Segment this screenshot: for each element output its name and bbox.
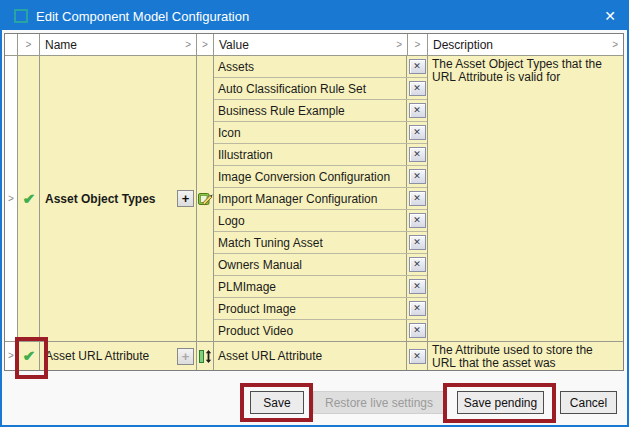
add-value-button[interactable]: + [177, 190, 194, 207]
value-text[interactable]: Illustration [214, 144, 407, 165]
config-table: > Name > > Value > > Description > > ✔ A… [4, 33, 624, 371]
save-button[interactable]: Save [250, 391, 304, 414]
value-text[interactable]: Asset URL Attribute [214, 342, 407, 370]
chevron-expand-icon: > [612, 40, 618, 50]
remove-value-button[interactable]: ✕ [409, 103, 426, 118]
value-row: PLMImage ✕ [214, 276, 427, 298]
dialog-title: Edit Component Model Configuration [36, 9, 249, 24]
value-text[interactable]: Icon [214, 122, 407, 143]
table-body: > ✔ Asset Object Types + Assets ✕ Auto C… [5, 56, 623, 370]
table-header-row: > Name > > Value > > Description > [5, 34, 623, 56]
value-text[interactable]: PLMImage [214, 276, 407, 297]
value-row: Image Conversion Configuration ✕ [214, 166, 427, 188]
remove-value-button[interactable]: ✕ [409, 301, 426, 316]
chevron-expand-icon: > [26, 40, 32, 50]
add-value-button[interactable]: + [177, 348, 194, 365]
save-pending-button[interactable]: Save pending [457, 391, 544, 414]
row-status-cell: ✔ [18, 56, 40, 341]
remove-value-button[interactable]: ✕ [409, 59, 426, 74]
value-text[interactable]: Logo [214, 210, 407, 231]
value-text[interactable]: Owners Manual [214, 254, 407, 275]
header-status-expand[interactable]: > [18, 34, 40, 55]
edit-component-model-dialog: Edit Component Model Configuration ✕ > N… [0, 0, 629, 427]
value-row: Asset URL Attribute ✕ [214, 342, 427, 370]
chevron-expand-icon: > [8, 351, 14, 361]
value-text[interactable]: Import Manager Configuration [214, 188, 407, 209]
chevron-expand-icon: > [8, 194, 14, 204]
valid-check-icon: ✔ [22, 190, 35, 208]
value-row: Auto Classification Rule Set ✕ [214, 78, 427, 100]
remove-value-button[interactable]: ✕ [409, 125, 426, 140]
header-value[interactable]: Value > [214, 34, 408, 55]
remove-value-button[interactable]: ✕ [409, 235, 426, 250]
remove-value-button[interactable]: ✕ [409, 349, 426, 364]
row-description: The Attribute used to store the URL that… [428, 342, 623, 370]
value-row: Match Tuning Asset ✕ [214, 232, 427, 254]
remove-value-button[interactable]: ✕ [409, 169, 426, 184]
value-row: Product Image ✕ [214, 298, 427, 320]
header-description[interactable]: Description > [428, 34, 623, 55]
table-row: > ✔ Asset URL Attribute + Asset URL Attr… [5, 342, 623, 370]
row-name-cell[interactable]: Asset URL Attribute + [40, 342, 197, 370]
header-description-label: Description [433, 38, 493, 52]
header-name[interactable]: Name > [40, 34, 197, 55]
value-text[interactable]: Assets [214, 56, 407, 77]
header-value-label: Value [219, 38, 249, 52]
valid-check-icon: ✔ [22, 347, 35, 365]
edit-list-icon [198, 191, 213, 206]
attribute-updown-icon [198, 349, 213, 364]
header-type-expand[interactable]: > [197, 34, 214, 55]
row-expander[interactable]: > [5, 342, 18, 370]
value-row: Logo ✕ [214, 210, 427, 232]
value-row: Owners Manual ✕ [214, 254, 427, 276]
chevron-expand-icon: > [185, 40, 191, 50]
row-name-label: Asset Object Types [40, 192, 177, 206]
remove-value-button[interactable]: ✕ [409, 147, 426, 162]
value-row: Illustration ✕ [214, 144, 427, 166]
value-row: Assets ✕ [214, 56, 427, 78]
row-name-cell[interactable]: Asset Object Types + [40, 56, 197, 341]
value-text[interactable]: Product Video [214, 320, 407, 341]
row-status-cell: ✔ [18, 342, 40, 370]
remove-value-button[interactable]: ✕ [409, 213, 426, 228]
table-row: > ✔ Asset Object Types + Assets ✕ Auto C… [5, 56, 623, 342]
value-row: Import Manager Configuration ✕ [214, 188, 427, 210]
value-text[interactable]: Image Conversion Configuration [214, 166, 407, 187]
remove-value-button[interactable]: ✕ [409, 323, 426, 338]
row-description: The Asset Object Types that the URL Attr… [428, 56, 623, 341]
chevron-expand-icon: > [202, 40, 208, 50]
row-type-cell [197, 342, 214, 370]
header-name-label: Name [45, 38, 77, 52]
value-list: Assets ✕ Auto Classification Rule Set ✕ … [214, 56, 428, 341]
remove-value-button[interactable]: ✕ [409, 257, 426, 272]
value-text[interactable]: Product Image [214, 298, 407, 319]
header-corner-cell [5, 34, 18, 55]
value-text[interactable]: Auto Classification Rule Set [214, 78, 407, 99]
value-text[interactable]: Match Tuning Asset [214, 232, 407, 253]
app-icon [14, 9, 28, 23]
remove-value-button[interactable]: ✕ [409, 191, 426, 206]
close-button[interactable]: ✕ [593, 2, 627, 30]
chevron-expand-icon: > [396, 40, 402, 50]
value-row: Product Video ✕ [214, 320, 427, 341]
row-expander[interactable]: > [5, 56, 18, 341]
restore-live-settings-button: Restore live settings [313, 391, 445, 414]
header-remove-expand[interactable]: > [408, 34, 428, 55]
value-row: Business Rule Example ✕ [214, 100, 427, 122]
value-list: Asset URL Attribute ✕ [214, 342, 428, 370]
value-text[interactable]: Business Rule Example [214, 100, 407, 121]
remove-value-button[interactable]: ✕ [409, 279, 426, 294]
title-bar: Edit Component Model Configuration ✕ [2, 2, 627, 30]
row-name-label: Asset URL Attribute [40, 349, 177, 363]
chevron-expand-icon: > [415, 40, 421, 50]
value-row: Icon ✕ [214, 122, 427, 144]
remove-value-button[interactable]: ✕ [409, 81, 426, 96]
row-type-cell [197, 56, 214, 341]
cancel-button[interactable]: Cancel [560, 391, 617, 414]
